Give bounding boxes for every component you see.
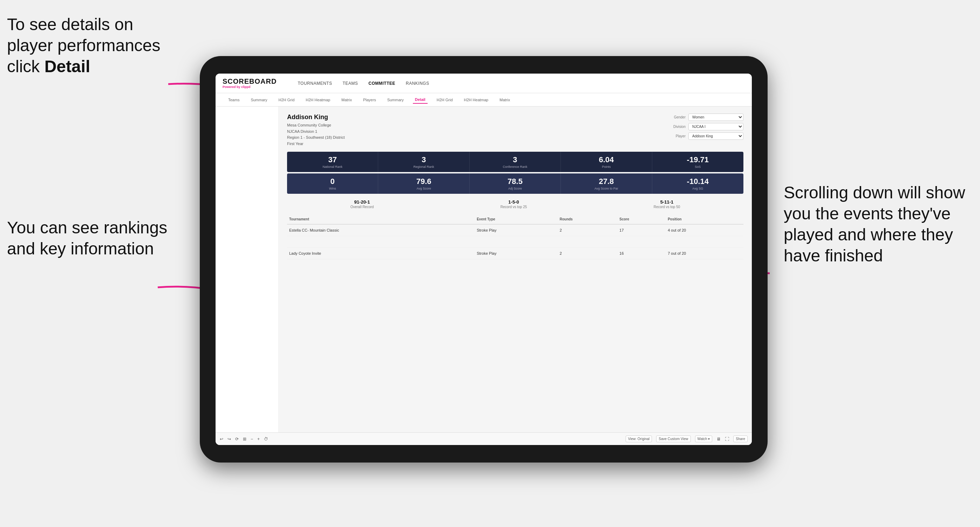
- nav-bar: SCOREBOARD Powered by clippd TOURNAMENTS…: [216, 74, 752, 93]
- tab-h2h-grid2[interactable]: H2H Grid: [434, 96, 455, 103]
- cell-event-type: Stroke Play: [474, 248, 558, 259]
- stat-wins: 0 Wins: [287, 173, 378, 194]
- division-select[interactable]: NJCAA I: [688, 123, 743, 130]
- cell-event-type: [474, 236, 558, 248]
- stat-avg-score: 79.6 Avg Score: [378, 173, 469, 194]
- tab-teams[interactable]: Teams: [226, 96, 242, 103]
- cell-tournament: Estella CC- Mountain Classic: [287, 224, 474, 236]
- cell-rounds: 2: [558, 224, 617, 236]
- logo-scoreboard: SCOREBOARD: [223, 78, 277, 85]
- player-header: Addison King Mesa Community College NJCA…: [287, 114, 743, 147]
- tab-matrix[interactable]: Matrix: [339, 96, 354, 103]
- stat-regional-rank: 3 Regional Rank: [378, 152, 469, 172]
- division-label: Division: [666, 125, 686, 129]
- minus-icon: −: [251, 437, 253, 441]
- nav-rankings[interactable]: RANKINGS: [406, 81, 430, 86]
- save-custom-view-label: Save Custom View: [659, 437, 688, 441]
- tab-h2h-heatmap[interactable]: H2H Heatmap: [304, 96, 332, 103]
- cell-position: 4 out of 20: [666, 224, 743, 236]
- table-row: Lady Coyote Invite Stroke Play 2 16 7 ou…: [287, 248, 743, 259]
- player-label: Player: [666, 134, 686, 138]
- events-table: Tournament Event Type Rounds Score Posit…: [287, 214, 743, 259]
- annotation-text-br: Scrolling down will show you the events …: [784, 183, 965, 265]
- cell-tournament: Lady Coyote Invite: [287, 248, 474, 259]
- stats-row-2: 0 Wins 79.6 Avg Score 78.5 Adj Score 27.…: [287, 173, 743, 194]
- share-button[interactable]: Share: [733, 435, 748, 442]
- nav-committee[interactable]: COMMITTEE: [368, 81, 395, 86]
- refresh-icon: ⟳: [235, 437, 239, 441]
- copy-icon: ⊞: [243, 437, 247, 441]
- record-top25: 1-5-0 Record vs top 25: [501, 199, 527, 209]
- tab-detail[interactable]: Detail: [413, 96, 428, 104]
- player-region: Region 1 - Southwest (18) District: [287, 135, 345, 140]
- division-control: Division NJCAA I: [666, 123, 743, 130]
- bottom-toolbar: ↩ ↪ ⟳ ⊞ − + ⏱ View: Original Save Custom…: [216, 432, 752, 445]
- stat-sos: -19.71 SoS: [652, 152, 743, 172]
- tab-summary[interactable]: Summary: [248, 96, 269, 103]
- gender-control: Gender Women: [666, 114, 743, 121]
- cell-tournament: [287, 236, 474, 248]
- tab-players[interactable]: Players: [361, 96, 378, 103]
- cell-position: 7 out of 20: [666, 248, 743, 259]
- stat-avg-sg: -10.14 Avg SG: [652, 173, 743, 194]
- cell-rounds: 2: [558, 248, 617, 259]
- tab-h2h-heatmap2[interactable]: H2H Heatmap: [462, 96, 491, 103]
- stat-points: 6.04 Points: [561, 152, 652, 172]
- gender-label: Gender: [666, 115, 686, 119]
- redo-icon: ↪: [228, 437, 231, 441]
- stat-conference-rank: 3 Conference Rank: [470, 152, 561, 172]
- tab-summary2[interactable]: Summary: [385, 96, 406, 103]
- player-name: Addison King: [287, 114, 345, 121]
- annotation-bottom-right: Scrolling down will show you the events …: [784, 182, 973, 266]
- stats-row-1: 37 National Rank 3 Regional Rank 3 Confe…: [287, 152, 743, 172]
- cell-score: 16: [617, 248, 666, 259]
- watch-button[interactable]: Watch ▾: [695, 435, 713, 442]
- stat-national-rank: 37 National Rank: [287, 152, 378, 172]
- tablet-frame: SCOREBOARD Powered by clippd TOURNAMENTS…: [200, 56, 768, 462]
- tab-h2h-grid[interactable]: H2H Grid: [276, 96, 296, 103]
- player-select[interactable]: Addison King: [688, 132, 743, 140]
- col-rounds: Rounds: [558, 214, 617, 224]
- logo: SCOREBOARD Powered by clippd: [223, 78, 277, 89]
- gender-select[interactable]: Women: [688, 114, 743, 121]
- table-row: [287, 236, 743, 248]
- cell-rounds: [558, 236, 617, 248]
- annotation-bold-tl: Detail: [45, 57, 91, 76]
- undo-icon: ↩: [220, 437, 223, 441]
- player-division: NJCAA Division 1: [287, 129, 317, 133]
- cell-score: [617, 236, 666, 248]
- player-college: Mesa Community College: [287, 123, 331, 127]
- share-label: Share: [736, 437, 745, 441]
- fullscreen-icon: ⛶: [725, 437, 729, 441]
- player-controls: Gender Women Division NJCAA I: [666, 114, 743, 140]
- annotation-bottom-left: You can see rankings and key information: [7, 217, 175, 259]
- stat-adj-score: 78.5 Adj Score: [470, 173, 561, 194]
- player-control: Player Addison King: [666, 132, 743, 140]
- view-original-button[interactable]: View: Original: [626, 435, 652, 442]
- annotation-top-left: To see details on player performances cl…: [7, 14, 182, 77]
- main-content: Addison King Mesa Community College NJCA…: [216, 106, 752, 432]
- table-row: Estella CC- Mountain Classic Stroke Play…: [287, 224, 743, 236]
- nav-teams[interactable]: TEAMS: [342, 81, 358, 86]
- tab-matrix2[interactable]: Matrix: [497, 96, 512, 103]
- sub-nav: Teams Summary H2H Grid H2H Heatmap Matri…: [216, 93, 752, 106]
- col-tournament: Tournament: [287, 214, 474, 224]
- watch-label: Watch ▾: [697, 437, 710, 441]
- cell-event-type: Stroke Play: [474, 224, 558, 236]
- col-position: Position: [666, 214, 743, 224]
- save-custom-view-button[interactable]: Save Custom View: [656, 435, 690, 442]
- clock-icon: ⏱: [264, 437, 268, 441]
- records-row: 91-20-1 Overall Record 1-5-0 Record vs t…: [287, 199, 743, 209]
- annotation-text-bl: You can see rankings and key information: [7, 218, 167, 258]
- player-year: First Year: [287, 141, 303, 146]
- content-area: Addison King Mesa Community College NJCA…: [278, 106, 752, 432]
- tablet-screen: SCOREBOARD Powered by clippd TOURNAMENTS…: [216, 74, 752, 445]
- cell-position: [666, 236, 743, 248]
- nav-tournaments[interactable]: TOURNAMENTS: [298, 81, 332, 86]
- col-event-type: Event Type: [474, 214, 558, 224]
- cell-score: 17: [617, 224, 666, 236]
- plus-icon: +: [257, 437, 260, 441]
- table-header-row: Tournament Event Type Rounds Score Posit…: [287, 214, 743, 224]
- monitor-icon: 🖥: [716, 437, 721, 441]
- view-original-label: View: Original: [628, 437, 650, 441]
